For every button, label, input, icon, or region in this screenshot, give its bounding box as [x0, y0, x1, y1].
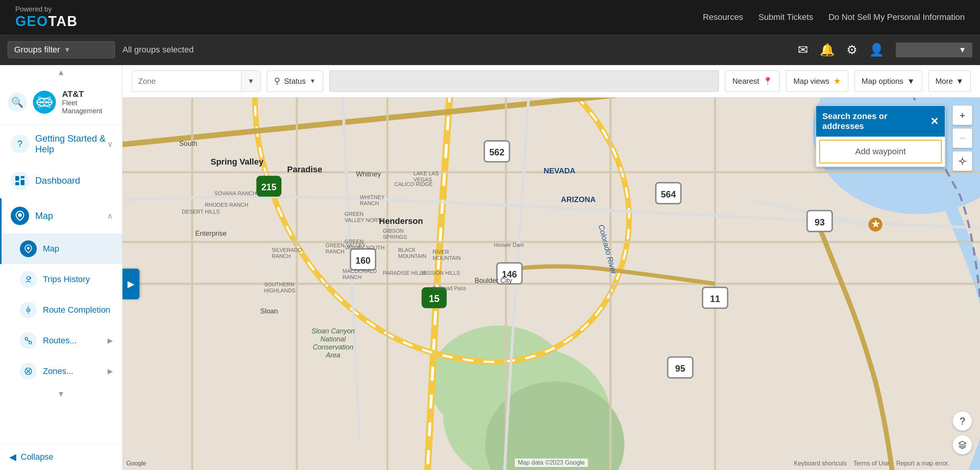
top-bar-left: Powered by GEOTAB [15, 5, 78, 29]
locate-icon: 📍 [763, 77, 773, 86]
route-completion-icon [20, 302, 37, 318]
settings-icon[interactable]: ⚙ [846, 42, 858, 57]
map-background: 15 15 215 215 [122, 98, 980, 470]
sidebar-subitem-routes[interactable]: Routes... ▶ [0, 325, 122, 356]
zone-dropdown-arrow[interactable]: ▼ [241, 71, 260, 91]
collapse-button[interactable]: ◀ Collapse [0, 444, 122, 470]
sidebar-scroll-up[interactable]: ▲ [0, 65, 122, 80]
svg-rect-7 [15, 182, 19, 185]
search-icon: 🔍 [11, 96, 23, 108]
svg-text:146: 146 [502, 269, 517, 279]
submit-tickets-link[interactable]: Submit Tickets [758, 12, 813, 22]
map-views-button[interactable]: Map views ★ [786, 70, 848, 92]
sidebar-subitem-trips-history[interactable]: Trips History [0, 264, 122, 295]
svg-rect-8 [21, 180, 24, 185]
sidebar-scroll-down[interactable]: ▼ [0, 387, 122, 401]
dashboard-icon [11, 171, 29, 190]
att-logo [33, 91, 56, 114]
bell-icon[interactable]: 🔔 [820, 42, 835, 57]
mail-icon[interactable]: ✉ [798, 42, 808, 57]
add-waypoint-button[interactable]: Add waypoint [819, 140, 942, 163]
svg-point-13 [28, 310, 29, 311]
groups-filter-button[interactable]: Groups filter ▼ [8, 41, 115, 58]
sidebar-header: 🔍 AT&T Fleet Management [0, 80, 122, 125]
star-icon: ★ [833, 76, 841, 86]
locate-button[interactable] [952, 151, 972, 171]
report-map-error-link[interactable]: Report a map error. [896, 460, 949, 467]
sidebar: ▲ 🔍 AT&T Fleet Management ? [0, 65, 122, 470]
top-bar-right: Resources Submit Tickets Do Not Sell My … [703, 12, 965, 22]
routes-icon [20, 332, 37, 349]
svg-point-66 [961, 160, 964, 163]
more-label: More [936, 77, 953, 86]
svg-text:★: ★ [871, 219, 880, 229]
svg-point-14 [25, 338, 28, 340]
svg-rect-5 [15, 176, 19, 181]
keyboard-shortcuts-link[interactable]: Keyboard shortcuts [794, 460, 847, 467]
zoom-in-button[interactable]: + [952, 105, 972, 125]
map-nav-icon [11, 207, 29, 225]
map-canvas[interactable]: 15 15 215 215 [122, 98, 980, 470]
terms-of-use-link[interactable]: Terms of Use [853, 460, 889, 467]
sidebar-item-getting-started[interactable]: ? Getting Started & Help ∨ [0, 125, 122, 163]
sidebar-search-button[interactable]: 🔍 [8, 93, 27, 112]
brand-tab: TAB [48, 13, 78, 29]
map-options-label: Map options [862, 77, 903, 86]
trips-history-label: Trips History [43, 274, 90, 284]
map-zoom-controls: + − [952, 105, 972, 171]
geotab-logo: Powered by GEOTAB [15, 5, 78, 29]
main-layout: ▲ 🔍 AT&T Fleet Management ? [0, 65, 980, 470]
nearest-button[interactable]: Nearest 📍 [725, 70, 780, 92]
groups-filter-arrow-icon: ▼ [64, 46, 71, 54]
map-options-button[interactable]: Map options ▼ [854, 70, 922, 92]
company-info: AT&T Fleet Management [62, 89, 114, 115]
sidebar-toggle-button[interactable]: ▶ [122, 269, 139, 299]
svg-text:93: 93 [815, 217, 825, 227]
routes-arrow-icon: ▶ [108, 336, 113, 345]
map-data-attribution: Map data ©2023 Google [515, 459, 588, 467]
map-help-button[interactable]: ? [952, 411, 972, 431]
zoom-out-button[interactable]: − [952, 128, 972, 148]
map-search-input[interactable] [329, 70, 719, 92]
svg-text:215: 215 [261, 182, 276, 192]
svg-point-9 [18, 213, 22, 217]
svg-point-15 [29, 341, 32, 344]
sidebar-item-dashboard[interactable]: Dashboard [0, 163, 122, 198]
google-attribution: Google [126, 460, 146, 467]
sidebar-subitem-route-completion[interactable]: Route Completion [0, 295, 122, 325]
sidebar-subitem-map[interactable]: Map [0, 233, 122, 264]
brand-geo: GEO [15, 13, 48, 29]
status-button[interactable]: ⚲ Status ▼ [267, 70, 323, 92]
att-logo-svg [33, 91, 56, 114]
do-not-sell-link[interactable]: Do Not Sell My Personal Information [828, 12, 965, 22]
search-zones-header: Search zones or addresses ✕ [816, 106, 945, 137]
getting-started-label: Getting Started & Help [35, 133, 107, 155]
filter-icon: ⚲ [274, 76, 280, 86]
map-options-arrow-icon: ▼ [907, 77, 915, 86]
brand-name: GEOTAB [15, 13, 78, 29]
more-arrow-icon: ▼ [956, 77, 964, 86]
more-button[interactable]: More ▼ [928, 70, 971, 92]
map-links-attribution: Keyboard shortcuts Terms of Use Report a… [794, 460, 949, 467]
user-icon[interactable]: 👤 [869, 42, 884, 57]
sidebar-subitem-zones[interactable]: Zones... ▶ [0, 356, 122, 387]
svg-text:562: 562 [489, 147, 504, 157]
routes-label: Routes... [43, 336, 77, 346]
search-zones-close-button[interactable]: ✕ [930, 116, 939, 127]
company-sub: Fleet Management [62, 99, 114, 115]
resources-link[interactable]: Resources [703, 12, 743, 22]
zone-dropdown[interactable]: ▼ [132, 70, 261, 92]
zone-input[interactable] [132, 71, 241, 91]
svg-rect-6 [21, 176, 24, 178]
svg-text:160: 160 [356, 256, 371, 266]
svg-text:11: 11 [710, 294, 720, 304]
map-nav-arrow-icon: ∧ [107, 211, 113, 220]
svg-point-10 [27, 247, 30, 250]
search-zones-popup: Search zones or addresses ✕ Add waypoint [815, 105, 946, 167]
user-dropdown[interactable]: ▼ [896, 42, 972, 57]
map-layers-button[interactable] [952, 435, 972, 455]
route-completion-label: Route Completion [43, 305, 110, 315]
sidebar-item-map[interactable]: Map ∧ [0, 198, 122, 233]
svg-text:15: 15 [429, 293, 439, 304]
map-subitem-icon [20, 240, 37, 257]
